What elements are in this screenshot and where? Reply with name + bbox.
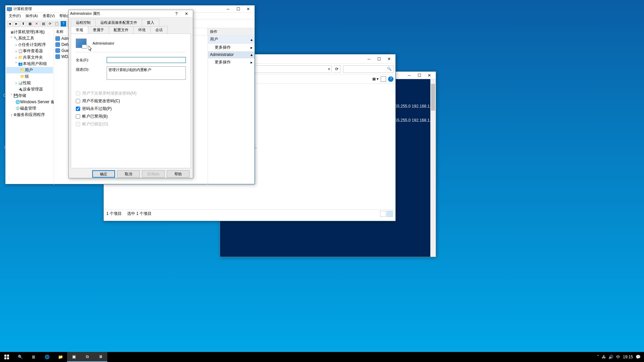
notifications-icon[interactable]: 💬 [636, 355, 641, 359]
chevron-right-icon: ▸ [251, 45, 253, 50]
chk-cannot-change[interactable]: 用户不能更改密码(C) [76, 98, 186, 104]
ok-button[interactable]: 确定 [92, 170, 115, 178]
taskbar[interactable]: 🔍 ⊞ 🌐 📁 ▣ ⧉ 🖥 ˄ 🖧 🔊 中 19:15 💬 [0, 352, 644, 362]
taskbar-app-powershell[interactable]: ⧉ [80, 352, 94, 362]
tree-diskmgr[interactable]: 💿 磁盘管理 [6, 105, 53, 112]
refresh-button[interactable]: ⟳ [47, 21, 53, 27]
taskbar-app-edge[interactable]: 🌐 [40, 352, 54, 362]
tree-systools[interactable]: ˅🔧 系统工具 [6, 35, 53, 42]
minimize-button[interactable]: ─ [364, 56, 374, 62]
details-view-button[interactable] [380, 211, 386, 217]
svg-rect-0 [7, 7, 12, 11]
tree-services[interactable]: ›⚙ 服务和应用程序 [6, 112, 53, 118]
close-button[interactable]: ✕ [424, 72, 434, 79]
tree-shared[interactable]: ›📁 共享文件夹 [6, 54, 53, 61]
actions-more[interactable]: 更多操作▸ [208, 58, 255, 66]
actions-group-users[interactable]: 用户▴ [208, 36, 255, 44]
tray-chevron-icon[interactable]: ˄ [597, 355, 599, 359]
view-dropdown-icon[interactable]: ▦ ▾ [372, 77, 379, 81]
preview-pane-icon[interactable] [381, 76, 386, 82]
maximize-button[interactable]: ☐ [233, 6, 243, 12]
cancel-button[interactable]: 取消 [117, 170, 140, 178]
tab-remote-control[interactable]: 远程控制 [71, 19, 96, 26]
tree-users[interactable]: 📁 用户 [6, 67, 53, 73]
tab-memberof[interactable]: 隶属于 [88, 26, 109, 34]
network-icon[interactable]: 🖧 [602, 355, 606, 359]
help-button[interactable]: ? [171, 10, 181, 17]
tree-scheduler[interactable]: ›⏱ 任务计划程序 [6, 42, 53, 48]
up-button[interactable]: ⬆ [20, 21, 26, 27]
chevron-right-icon: ▸ [251, 60, 253, 65]
taskbar-app-cmd[interactable]: ▣ [67, 352, 80, 362]
tree-storage[interactable]: ˅💾 存储 [6, 93, 53, 99]
search-button[interactable]: 🔍 [13, 352, 27, 362]
tab-rds-profile[interactable]: 远程桌面服务配置文件 [95, 19, 142, 26]
taskbar-app-mmc[interactable]: 🖥 [94, 352, 107, 362]
clock[interactable]: 19:15 [623, 355, 633, 359]
tab-profile[interactable]: 配置文件 [109, 26, 133, 34]
mmc-icon [7, 6, 12, 12]
delete-button[interactable]: ✕ [34, 21, 40, 27]
description-label: 描述(D): [76, 66, 107, 72]
user-avatar-icon [76, 39, 87, 48]
description-input[interactable] [107, 66, 186, 80]
tab-environment[interactable]: 环境 [133, 26, 151, 34]
tree-devmgr[interactable]: 🔌 设备管理器 [6, 86, 53, 93]
close-button[interactable]: ✕ [243, 6, 253, 12]
tree-localusers[interactable]: ˅👥 本地用户和组 [6, 61, 53, 67]
actions-group-admin[interactable]: Administrator▴ [208, 51, 255, 58]
chk-must-change: 用户下次登录时须更改密码(M) [76, 90, 186, 96]
refresh-button[interactable]: ⟳ [333, 65, 340, 73]
menu-action[interactable]: 操作(A) [23, 13, 40, 19]
fullname-input[interactable] [107, 57, 186, 63]
tab-dialin[interactable]: 拨入 [142, 19, 159, 26]
scrollbar[interactable] [430, 79, 436, 257]
forward-button[interactable]: ► [13, 21, 19, 27]
properties-dialog[interactable]: Administrator 属性 ? ✕ 远程控制 远程桌面服务配置文件 拨入 … [68, 10, 193, 178]
help-button[interactable]: 帮助 [167, 170, 190, 178]
close-button[interactable]: ✕ [181, 10, 192, 17]
chk-disabled[interactable]: 帐户已禁用(B) [76, 114, 186, 119]
collapse-icon: ▴ [251, 37, 253, 42]
maximize-button[interactable]: ☐ [374, 56, 384, 62]
start-button[interactable] [0, 352, 13, 362]
minimize-button[interactable]: ─ [404, 72, 414, 79]
tab-sessions[interactable]: 会话 [150, 26, 168, 34]
apply-button[interactable]: 应用(A) [142, 170, 165, 178]
back-button[interactable]: ◄ [7, 21, 13, 27]
icons-view-button[interactable] [387, 211, 393, 217]
general-panel: Administrator 全名(F): 描述(D): 用户下次登录时须更改密码… [71, 34, 191, 168]
tree-wsbackup[interactable]: 🌐 Windows Server 备份 [6, 99, 53, 105]
fullname-label: 全名(F): [76, 57, 107, 63]
user-icon [55, 36, 60, 41]
help-icon[interactable]: ? [388, 76, 393, 82]
taskbar-app-explorer[interactable]: 📁 [54, 352, 67, 362]
actions-pane: 操作 用户▴ 更多操作▸ Administrator▴ 更多操作▸ [208, 28, 255, 185]
collapse-icon: ▴ [251, 52, 253, 57]
maximize-button[interactable]: ☐ [414, 72, 424, 79]
close-button[interactable]: ✕ [384, 56, 394, 62]
show-hide-button[interactable]: ▦ [27, 21, 33, 27]
search-box[interactable]: 🔍 [343, 65, 393, 73]
tree-eventvwr[interactable]: ›📋 事件查看器 [6, 48, 53, 54]
properties-button[interactable]: ▤ [40, 21, 46, 27]
user-icon [55, 42, 60, 47]
chk-never-expire[interactable]: 密码永不过期(P) [76, 106, 186, 112]
export-button[interactable]: 📋 [54, 21, 60, 27]
dialog-title: Administrator 属性 [70, 11, 171, 16]
task-view-button[interactable]: ⊞ [27, 352, 40, 362]
user-icon [55, 48, 60, 53]
tree-groups[interactable]: 📁 组 [6, 73, 53, 80]
tree-root[interactable]: 🖥 计算机管理(本地) [6, 29, 53, 35]
tree-pane[interactable]: 🖥 计算机管理(本地) ˅🔧 系统工具 ›⏱ 任务计划程序 ›📋 事件查看器 ›… [5, 28, 54, 185]
tab-general[interactable]: 常规 [71, 26, 88, 34]
actions-more[interactable]: 更多操作▸ [208, 44, 255, 51]
menu-view[interactable]: 查看(V) [41, 13, 57, 19]
volume-icon[interactable]: 🔊 [608, 355, 613, 359]
svg-rect-5 [7, 357, 9, 359]
menu-file[interactable]: 文件(F) [7, 13, 23, 19]
minimize-button[interactable]: ─ [223, 6, 233, 12]
ime-indicator[interactable]: 中 [616, 354, 620, 360]
tree-perf[interactable]: ›📊 性能 [6, 80, 53, 86]
help-button[interactable]: ? [60, 21, 66, 27]
